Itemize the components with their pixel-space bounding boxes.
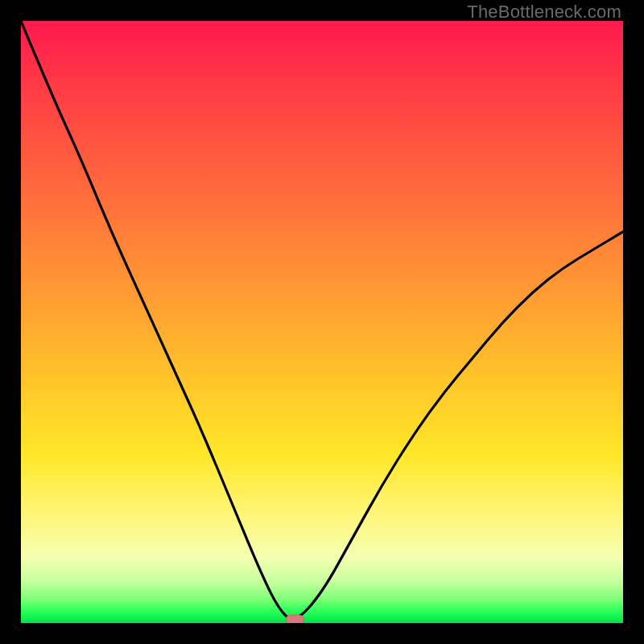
watermark-text: TheBottleneck.com (467, 2, 621, 23)
curve-layer (21, 21, 623, 623)
minimum-marker (286, 615, 303, 623)
chart-frame: TheBottleneck.com (0, 0, 644, 644)
bottleneck-curve (21, 21, 623, 619)
plot-area (21, 21, 623, 623)
